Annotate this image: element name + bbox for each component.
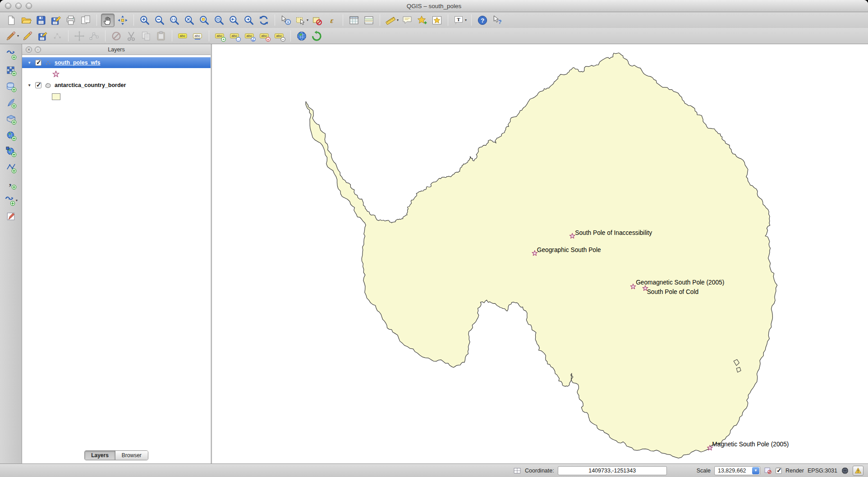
add-vector-icon [5,49,17,60]
minimize-window-button[interactable] [15,3,22,9]
label-rotate-button[interactable]: abc∠ [243,29,257,43]
current-edits-button[interactable]: ▾ [5,29,19,43]
star-symbol[interactable] [52,70,60,78]
add-wfs-layer-button[interactable] [4,161,18,174]
zoom-in-button[interactable] [138,14,152,27]
scale-combo[interactable]: 13,829,662 ▼ [714,466,760,475]
label-delete-button[interactable]: abcx [258,29,271,43]
help-contents-button[interactable]: ? [476,14,489,27]
move-feature-button[interactable] [73,29,86,43]
paste-features-button[interactable] [154,29,168,43]
crs-status-button[interactable] [841,467,849,475]
layer-table-icon [363,14,375,26]
save-project-as-button[interactable] [49,14,63,27]
layer-row[interactable]: ▼south_poles_wfs [22,57,211,68]
toggle-editing-button[interactable] [21,29,34,43]
map-tips-icon [401,14,413,26]
save-project-button[interactable] [34,14,48,27]
show-bookmarks-button[interactable] [430,14,444,27]
select-features-button[interactable]: ▾ [294,14,309,27]
layer-row[interactable]: ▼antarctica_country_border [22,80,211,91]
panel-float-button[interactable]: ▫ [35,46,41,53]
open-attribute-table-button[interactable] [347,14,361,27]
open-project-button[interactable] [19,14,33,27]
coordinate-input[interactable] [558,466,667,475]
label-move-button[interactable]: abc↔ [228,29,242,43]
render-checkbox[interactable] [776,468,782,474]
zoom-full-button[interactable] [183,14,196,27]
field-calculator-button[interactable] [362,14,376,27]
svg-text:•: • [282,37,284,41]
label-badge-pin-icon: abc• [274,30,285,42]
whats-this-button[interactable]: ? [491,14,504,27]
layer-expander-icon[interactable]: ▼ [28,83,32,87]
new-print-composer-button[interactable] [64,14,78,27]
layer-tree: ▼south_poles_wfs▼antarctica_country_bord… [22,55,211,447]
pan-map-button[interactable] [101,14,115,27]
save-layer-edits-button[interactable] [36,29,49,43]
zoom-to-selection-button[interactable] [197,14,211,27]
map-canvas[interactable]: South Pole of InaccessibilityGeographic … [212,44,868,463]
panel-close-button[interactable]: ✕ [26,46,32,53]
zoom-native-button[interactable]: 1:1 [168,14,181,27]
log-messages-button[interactable] [853,466,863,476]
expression-icon: ε [326,14,338,26]
add-raster-layer-button[interactable] [4,64,18,77]
node-tool-icon [88,30,100,42]
fill-symbol-swatch[interactable] [52,93,60,100]
select-by-expression-button[interactable]: ε [325,14,339,27]
add-wcs-layer-button[interactable] [4,145,18,158]
measure-line-button[interactable]: ▾ [384,14,399,27]
add-postgis-layer-button[interactable] [4,80,18,93]
processing-swirl-button[interactable] [310,29,323,43]
deselect-all-button[interactable] [310,14,324,27]
cut-features-button[interactable] [124,29,138,43]
tab-layers[interactable]: Layers [85,451,115,460]
zoom-last-button[interactable] [227,14,241,27]
layer-label[interactable]: south_poles_wfs [55,60,100,66]
add-vector-layer-button[interactable] [4,47,18,61]
add-feature-button[interactable] [51,29,64,43]
map-tips-button[interactable] [400,14,414,27]
zoom-out-button[interactable] [153,14,166,27]
title-bar[interactable]: QGIS – south_poles [0,0,868,12]
label-settings-button[interactable]: abc [191,29,205,43]
new-shapefile-layer-button[interactable] [4,210,18,223]
stop-render-button[interactable] [764,467,772,475]
layer-visibility-checkbox[interactable] [35,82,41,88]
composer-manager-button[interactable] [79,14,92,27]
pan-to-selection-button[interactable] [116,14,129,27]
add-delimited-text-layer-button[interactable]: , [4,177,18,191]
identify-features-button[interactable]: i [279,14,293,27]
web-globe-button[interactable] [295,29,308,43]
new-bookmark-button[interactable] [415,14,429,27]
label-pin-button[interactable]: abc• [273,29,286,43]
label-add-button[interactable]: abc+ [213,29,227,43]
map-svg: South Pole of InaccessibilityGeographic … [212,44,868,463]
qgis-window: QGIS – south_poles 1:1i▾ε▾T▾?? ▾abcabcab… [0,0,868,477]
copy-features-button[interactable] [139,29,153,43]
pencil-yellow-icon [22,30,33,42]
add-wms-layer-button[interactable] [4,128,18,142]
extents-toggle-button[interactable] [513,467,521,475]
highlight-labels-button[interactable]: abc [176,29,190,43]
bookmarks-show-icon [431,14,443,26]
zoom-window-button[interactable] [26,3,32,9]
zoom-next-button[interactable] [242,14,256,27]
add-spatialite-layer-button[interactable] [4,96,18,110]
close-window-button[interactable] [5,3,11,9]
layer-expander-icon[interactable]: ▼ [28,60,32,65]
text-annotation-button[interactable]: T▾ [452,14,467,27]
new-project-button[interactable] [5,14,18,27]
layer-visibility-checkbox[interactable] [35,60,41,66]
node-tool-button[interactable] [87,29,101,43]
refresh-map-button[interactable] [257,14,271,27]
add-mssql-layer-button[interactable] [4,112,18,126]
tab-browser[interactable]: Browser [115,451,148,460]
zoom-to-layer-button[interactable] [212,14,226,27]
add-layer-menu-button[interactable]: ▾ [4,193,18,207]
layer-label[interactable]: antarctica_country_border [55,82,126,88]
delete-selected-button[interactable] [110,29,123,43]
svg-text:abc: abc [216,34,222,38]
dropdown-arrow-icon: ▾ [397,18,399,22]
